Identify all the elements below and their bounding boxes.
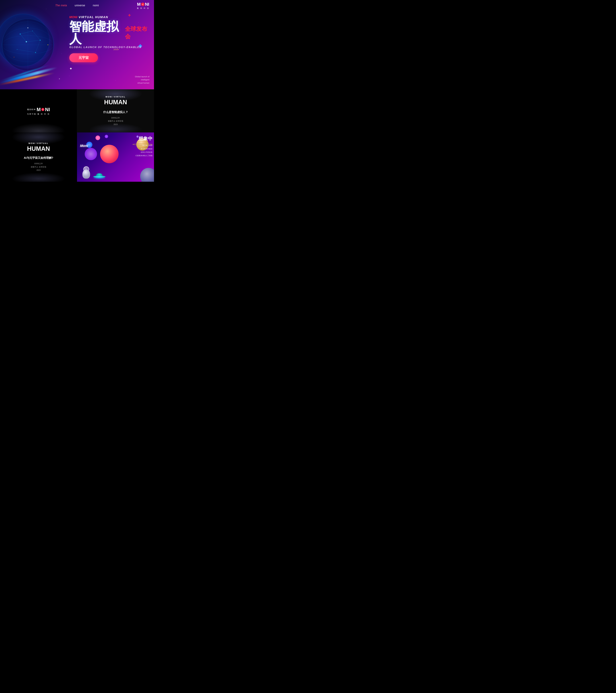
- hero-bottom-right-text: Global launch of intelligent virtual hum…: [135, 75, 150, 85]
- svg-point-18: [27, 27, 28, 28]
- moni-logo-sub: 无限可能 魔 拟 科 技: [27, 113, 50, 115]
- vh-question: 什么是智能虚拟人？: [103, 110, 128, 114]
- imagination-content: 想象中 · 我们插上翅膀 穿过时空的隧道 · 去到心中的未来 幻想着未来的人工智…: [136, 136, 153, 157]
- moni-top-text: 魔拟乾坤: [27, 108, 36, 111]
- moni-top-row: 魔拟乾坤 M ♥ NI: [27, 107, 50, 113]
- svg-point-19: [47, 44, 48, 45]
- ai-desc-2: 探索不止 全球呈现: [31, 165, 46, 169]
- hero-section: The meta universe nomi M NI 魔 拟 科 技 +: [0, 0, 154, 89]
- imagination-moni-brand: Moni: [80, 144, 88, 148]
- hero-moni-label: MONI: [69, 15, 77, 19]
- hero-cta-button[interactable]: 元宇宙: [69, 53, 98, 62]
- hero-bottom-line3: virtual human: [135, 81, 150, 85]
- hero-subtitle-row: MONI VIRTUAL HUMAN: [69, 15, 150, 19]
- imagination-bullet-3: · 去到心中的未来: [136, 151, 153, 154]
- ai-label-top: MONI VIRTUAL: [28, 142, 48, 144]
- vh-desc-1: 未来&之外: [111, 116, 120, 120]
- ai-desc-1: 未来&之外: [34, 162, 43, 165]
- orb-purple-mid: [85, 148, 97, 160]
- moni-brand-m: M: [37, 107, 41, 113]
- vh-label-top: MONI VIRTUAL: [106, 96, 126, 98]
- navigation: The meta universe nomi: [0, 0, 154, 11]
- ai-label-big: HUMAN: [27, 145, 50, 152]
- sparkle-icon-2: ✦: [59, 78, 60, 80]
- orb-pink-top: [96, 136, 100, 140]
- ufo-glow: [93, 178, 105, 179]
- hero-bottom-line1: Global launch of: [135, 75, 150, 78]
- moni-logo-row: M ♥ NI: [37, 107, 50, 113]
- panel-logo-moni: 魔拟乾坤 M ♥ NI 无限可能 魔 拟 科 技: [0, 89, 77, 133]
- orb-large-pink-planet: [100, 145, 119, 163]
- nav-link-nomi[interactable]: nomi: [93, 4, 99, 7]
- moni-logo-big: 魔拟乾坤 M ♥ NI 无限可能 魔 拟 科 技: [27, 107, 50, 115]
- imagination-bullet-2: 穿过时空的隧道: [136, 147, 153, 151]
- hero-content: MONI VIRTUAL HUMAN 智能虚拟人 全球发布会 GLOBAL LA…: [69, 15, 150, 62]
- panel-virtual-human: MONI VIRTUAL HUMAN 什么是智能虚拟人？ 未来&之外 探索不止 …: [77, 89, 154, 133]
- panel-imagination: Moni 想象中 · 我们插上翅膀 穿过时空的隧道 · 去到心中的未来 幻想着未…: [77, 133, 154, 182]
- astronaut-body: [82, 170, 90, 179]
- vh-desc-3: 2023: [114, 123, 118, 126]
- imagination-bullet-4: 幻想着未来的人工智能: [136, 154, 153, 157]
- nav-link-meta[interactable]: The meta: [55, 4, 67, 7]
- sparkle-icon-1: ✦: [69, 66, 72, 71]
- imagination-title: 想象中: [136, 136, 153, 142]
- nav-link-universe[interactable]: universe: [75, 4, 85, 7]
- astronaut-figure: [80, 166, 94, 180]
- orb-purple-top: [105, 135, 108, 138]
- nav-links: The meta universe nomi: [55, 4, 99, 7]
- ai-desc-3: 2023: [37, 169, 41, 172]
- hero-title-cn: 智能虚拟人: [69, 20, 123, 45]
- imagination-bullet-1: · 我们插上翅膀: [136, 144, 153, 147]
- grid-2x2: 魔拟乾坤 M ♥ NI 无限可能 魔 拟 科 技 MONI VIRTUAL HU…: [0, 89, 154, 182]
- hero-vh-label: VIRTUAL HUMAN: [79, 15, 108, 19]
- hero-global-text: GLOBAL LAUNCH OF TECHNOLOGY-ENABLED: [69, 46, 150, 49]
- hero-bottom-line2: intelligent: [135, 78, 150, 81]
- vh-desc-2: 探索不止 全球呈现: [108, 119, 123, 123]
- ufo-figure: [93, 173, 105, 179]
- moni-brand-ni: NI: [45, 107, 50, 113]
- panel-ai: MONI VIRTUAL HUMAN AI与元宇宙又如何理解? 未来&之外 探索…: [0, 133, 77, 182]
- light-trails: [0, 51, 65, 89]
- hero-title-launch: 全球发布会: [125, 25, 150, 40]
- vh-label-big: HUMAN: [104, 99, 127, 106]
- moni-heart-small-icon: ♥: [41, 108, 44, 111]
- orb-large-gray-planet: [140, 168, 154, 182]
- ai-question: AI与元宇宙又如何理解?: [24, 156, 53, 160]
- hero-title-row: 智能虚拟人 全球发布会: [69, 20, 150, 46]
